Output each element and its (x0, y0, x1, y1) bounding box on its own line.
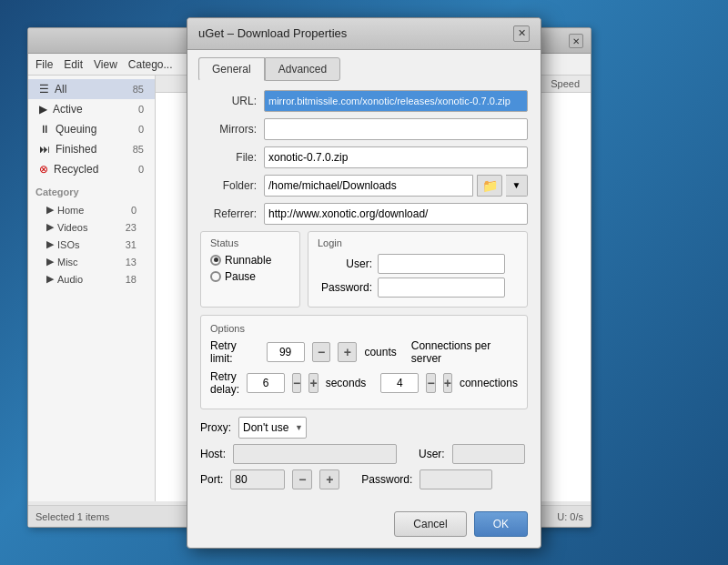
cancel-button[interactable]: Cancel (394, 511, 466, 537)
connections-increment-button[interactable]: + (443, 373, 452, 393)
proxy-port-increment-button[interactable]: + (319, 469, 339, 489)
modal-footer: Cancel OK (187, 504, 541, 537)
status-section: Status Runnable Pause (200, 231, 300, 308)
referrer-label: Referrer: (200, 207, 264, 220)
modal-close-button[interactable]: ✕ (513, 25, 530, 42)
retry-limit-label: Retry limit: (210, 339, 259, 365)
mirrors-label: Mirrors: (200, 123, 264, 136)
pause-label: Pause (225, 270, 256, 283)
pause-radio-row: Pause (210, 270, 290, 283)
proxy-type-select[interactable]: Don't use HTTP SOCKS4 SOCKS5 (238, 417, 307, 439)
folder-browse-button[interactable]: 📁 (477, 175, 502, 197)
login-user-label: User: (318, 257, 372, 270)
retry-limit-unit: counts (364, 346, 396, 358)
modal-overlay: uGet – Download Properties ✕ General Adv… (0, 0, 728, 565)
login-password-row: Password: (318, 277, 518, 298)
login-password-input[interactable] (378, 277, 505, 298)
connections-decrement-button[interactable]: − (426, 373, 435, 393)
runnable-radio[interactable] (210, 255, 221, 266)
file-input[interactable] (264, 146, 528, 168)
status-login-group: Status Runnable Pause Login User: (200, 231, 528, 308)
proxy-password-label: Password: (361, 473, 412, 486)
retry-delay-increment-button[interactable]: + (308, 373, 318, 393)
login-user-row: User: (318, 254, 518, 274)
ok-button[interactable]: OK (474, 511, 528, 537)
proxy-section: Proxy: Don't use HTTP SOCKS4 SOCKS5 Host… (200, 417, 528, 489)
modal-title: uGet – Download Properties (198, 26, 347, 40)
url-row: URL: (200, 90, 528, 112)
chevron-down-icon: ▼ (512, 180, 521, 190)
login-user-input[interactable] (378, 254, 505, 274)
login-section-title: Login (318, 237, 518, 248)
tab-bar: General Advanced (187, 50, 541, 81)
runnable-radio-row: Runnable (210, 254, 290, 267)
url-label: URL: (200, 95, 264, 107)
status-section-title: Status (210, 237, 290, 248)
options-title: Options (210, 323, 518, 334)
connections-input[interactable] (380, 373, 419, 393)
proxy-password-input[interactable] (420, 469, 492, 489)
pause-radio[interactable] (210, 271, 221, 282)
proxy-select-wrapper: Don't use HTTP SOCKS4 SOCKS5 (238, 417, 307, 439)
folder-input[interactable] (264, 175, 473, 197)
download-properties-dialog: uGet – Download Properties ✕ General Adv… (187, 17, 541, 549)
runnable-label: Runnable (225, 254, 271, 267)
folder-icon: 📁 (482, 178, 498, 193)
url-input[interactable] (264, 90, 528, 112)
retry-delay-decrement-button[interactable]: − (292, 373, 301, 393)
folder-label: Folder: (200, 179, 264, 192)
form-body: URL: Mirrors: File: Folder: 📁 (187, 81, 541, 504)
proxy-host-row: Host: User: (200, 444, 528, 464)
retry-limit-decrement-button[interactable]: − (312, 342, 331, 362)
proxy-host-input[interactable] (233, 444, 397, 464)
folder-input-group: 📁 ▼ (264, 175, 528, 197)
retry-limit-input[interactable] (267, 342, 305, 362)
proxy-port-label: Port: (200, 473, 223, 486)
proxy-host-label: Host: (200, 448, 226, 460)
mirrors-row: Mirrors: (200, 118, 528, 140)
mirrors-input[interactable] (264, 118, 528, 140)
retry-delay-input[interactable] (247, 373, 285, 393)
retry-limit-row: Retry limit: − + counts Connections per … (210, 339, 518, 365)
retry-delay-unit: seconds (326, 377, 367, 389)
proxy-port-input[interactable] (230, 469, 285, 489)
file-label: File: (200, 151, 264, 164)
referrer-row: Referrer: (200, 203, 528, 225)
proxy-user-label: User: (419, 448, 445, 460)
proxy-user-input[interactable] (452, 444, 525, 464)
tab-advanced[interactable]: Advanced (265, 57, 340, 81)
file-row: File: (200, 146, 528, 168)
retry-delay-row: Retry delay: − + seconds − + connections (210, 370, 518, 396)
options-section: Options Retry limit: − + counts Connecti… (200, 315, 528, 409)
folder-dropdown-button[interactable]: ▼ (506, 175, 528, 197)
proxy-label: Proxy: (200, 421, 231, 434)
retry-delay-label: Retry delay: (210, 370, 239, 396)
folder-row: Folder: 📁 ▼ (200, 175, 528, 197)
tab-general[interactable]: General (198, 57, 265, 81)
login-section: Login User: Password: (308, 231, 528, 308)
connections-label: Connections per server (411, 339, 518, 365)
proxy-type-row: Proxy: Don't use HTTP SOCKS4 SOCKS5 (200, 417, 528, 439)
login-password-label: Password: (318, 281, 372, 294)
modal-titlebar: uGet – Download Properties ✕ (187, 18, 541, 50)
retry-limit-increment-button[interactable]: + (338, 342, 357, 362)
proxy-port-decrement-button[interactable]: − (292, 469, 312, 489)
proxy-port-row: Port: − + Password: (200, 469, 528, 489)
connections-unit: connections (460, 377, 518, 389)
referrer-input[interactable] (264, 203, 528, 225)
